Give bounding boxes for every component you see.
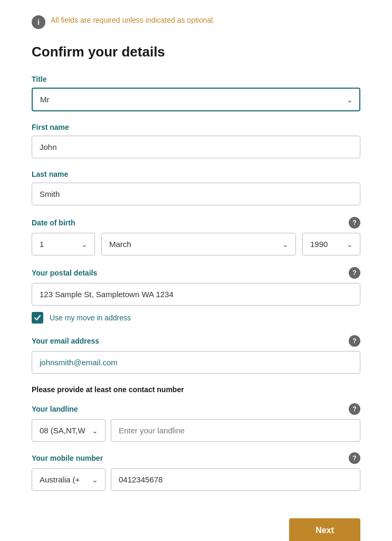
dob-month-wrapper: JanuaryFebruaryMarch AprilMayJune JulyAu… [101,233,296,255]
dob-help-icon[interactable]: ? [349,217,360,229]
postal-field-group: Your postal details ? Use my move in add… [32,267,360,324]
mobile-help-icon[interactable]: ? [349,452,360,464]
info-icon: i [32,15,45,29]
email-label-row: Your email address ? [32,335,360,347]
postal-label-row: Your postal details ? [32,267,360,279]
last-name-input[interactable] [32,183,360,205]
next-button[interactable]: Next [289,518,360,541]
checkbox-row: Use my move in address [32,312,360,324]
dob-year-wrapper: 1990199119891985 ⌄ [302,233,360,255]
contact-heading: Please provide at least one contact numb… [32,385,360,394]
title-select-wrapper: Mr Mrs Ms Miss Dr Prof ⌄ [32,88,360,111]
info-banner: i All fields are required unless indicat… [32,11,360,29]
dob-field-group: Date of birth ? 12345 678910 1112131415 … [32,217,360,255]
contact-section: Please provide at least one contact numb… [32,385,360,491]
dob-day-wrapper: 12345 678910 1112131415 1617181920 21222… [32,233,95,255]
mobile-input-wrapper [111,468,360,491]
checkbox-label[interactable]: Use my move in address [50,314,131,322]
mobile-row: Australia (+ Other ⌄ [32,468,360,491]
dob-year-select[interactable]: 1990199119891985 [302,233,360,255]
landline-label-row: Your landline ? [32,403,360,415]
postal-input[interactable] [32,283,360,306]
mobile-prefix-wrapper: Australia (+ Other ⌄ [32,468,106,491]
landline-help-icon[interactable]: ? [349,403,360,415]
first-name-field-group: First name [32,123,360,158]
title-field-group: Title Mr Mrs Ms Miss Dr Prof ⌄ [32,75,360,111]
mobile-label: Your mobile number [32,454,103,462]
info-text: All fields are required unless indicated… [51,15,215,26]
button-row: Next [32,502,360,541]
dob-label-row: Date of birth ? [32,217,360,229]
landline-row: 08 (SA,NT,W 02 (NSW,ACT) 03 (VIC,TAS) 07… [32,419,360,442]
email-field-group: Your email address ? [32,335,360,374]
mobile-prefix-select[interactable]: Australia (+ Other [32,468,106,491]
landline-input-wrapper [111,419,360,442]
postal-label: Your postal details [32,269,97,277]
title-select[interactable]: Mr Mrs Ms Miss Dr Prof [32,88,360,111]
postal-help-icon[interactable]: ? [349,267,360,279]
landline-input[interactable] [111,419,360,442]
landline-prefix-wrapper: 08 (SA,NT,W 02 (NSW,ACT) 03 (VIC,TAS) 07… [32,419,106,442]
last-name-field-group: Last name [32,170,360,205]
last-name-label: Last name [32,170,360,178]
email-help-icon[interactable]: ? [349,335,360,347]
email-label: Your email address [32,337,99,345]
mobile-field-group: Your mobile number ? Australia (+ Other … [32,452,360,491]
title-label: Title [32,75,360,83]
first-name-input[interactable] [32,136,360,158]
dob-month-select[interactable]: JanuaryFebruaryMarch AprilMayJune JulyAu… [101,233,296,255]
dob-label: Date of birth [32,219,75,227]
use-move-in-checkbox[interactable] [32,312,43,324]
landline-prefix-select[interactable]: 08 (SA,NT,W 02 (NSW,ACT) 03 (VIC,TAS) 07… [32,419,106,442]
dob-day-select[interactable]: 12345 678910 1112131415 1617181920 21222… [32,233,95,255]
mobile-input[interactable] [111,468,360,491]
email-input[interactable] [32,351,360,374]
page-title: Confirm your details [32,44,360,60]
landline-label: Your landline [32,405,78,413]
dob-row: 12345 678910 1112131415 1617181920 21222… [32,233,360,255]
mobile-label-row: Your mobile number ? [32,452,360,464]
landline-field-group: Your landline ? 08 (SA,NT,W 02 (NSW,ACT)… [32,403,360,442]
checkmark-icon [34,314,41,321]
first-name-label: First name [32,123,360,131]
